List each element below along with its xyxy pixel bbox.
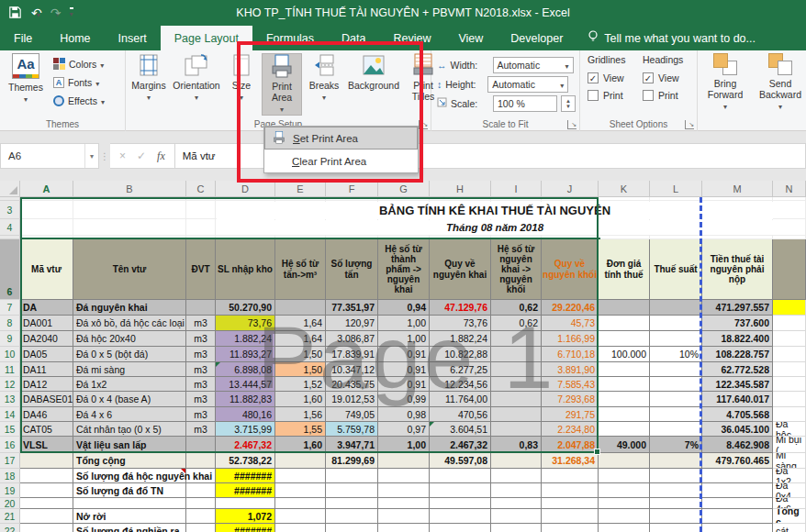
cell-I17[interactable] bbox=[491, 453, 542, 469]
cell-H21[interactable] bbox=[430, 509, 491, 524]
cell-I9[interactable] bbox=[491, 331, 542, 347]
cell-A12[interactable]: DA12 bbox=[20, 377, 73, 392]
undo-button[interactable]: ↶ bbox=[31, 5, 40, 21]
cell-M22[interactable] bbox=[702, 524, 773, 532]
sheet-options-dialog-launcher-icon[interactable]: ↘ bbox=[685, 120, 694, 129]
cell-M20[interactable] bbox=[702, 498, 773, 509]
cell-D8[interactable]: 73,76 bbox=[216, 316, 275, 331]
cell-B15[interactable]: Cát nhân tạo (0 x 5) bbox=[73, 422, 186, 437]
cell-K10[interactable]: 100.000 bbox=[599, 347, 650, 362]
cell-M11[interactable]: 62.772.528 bbox=[702, 362, 773, 377]
cell-A7[interactable]: DA bbox=[20, 300, 73, 316]
cell-H7[interactable]: 47.129,76 bbox=[430, 300, 491, 316]
cell-L10[interactable]: 10% bbox=[650, 347, 702, 362]
headings-print-checkbox[interactable]: Print bbox=[643, 86, 683, 104]
cell-H18[interactable] bbox=[430, 469, 491, 483]
cell-D9[interactable]: 1.882,24 bbox=[216, 331, 275, 347]
cell-L14[interactable] bbox=[650, 407, 702, 422]
cell-E12[interactable]: 1,52 bbox=[275, 377, 326, 392]
cell-H8[interactable]: 73,76 bbox=[430, 316, 491, 331]
cell-A9[interactable]: DA2040 bbox=[20, 331, 73, 347]
cell-A10[interactable]: DA05 bbox=[20, 347, 73, 362]
cell-H19[interactable] bbox=[430, 483, 491, 498]
cell-L17[interactable] bbox=[650, 453, 702, 469]
cell-A11[interactable]: DA11 bbox=[20, 362, 73, 377]
cell-I15[interactable] bbox=[491, 422, 542, 437]
cell-C16[interactable] bbox=[186, 437, 216, 453]
formula-bar-splitter[interactable]: ⋮ bbox=[99, 143, 110, 169]
cell-D17[interactable]: 52.738,22 bbox=[216, 453, 275, 469]
row-header-21[interactable]: 21 bbox=[0, 509, 20, 524]
cell-L13[interactable] bbox=[650, 392, 702, 407]
cell-C11[interactable]: m3 bbox=[186, 362, 216, 377]
cell-B12[interactable]: Đá 1x2 bbox=[73, 377, 186, 392]
cell-B22[interactable]: Số lượng đá nghiền ra bbox=[73, 524, 186, 532]
height-dropdown[interactable]: Automatic bbox=[487, 76, 568, 93]
cell-F13[interactable]: 19.012,53 bbox=[326, 392, 378, 407]
cell-F6[interactable]: Số lượng tấn bbox=[326, 239, 378, 300]
cell-N9[interactable] bbox=[773, 331, 806, 347]
cell-H16[interactable]: 2.467,32 bbox=[430, 437, 491, 453]
menu-item-set-print-area[interactable]: Set Print Area bbox=[264, 127, 418, 150]
cell-K20[interactable] bbox=[599, 498, 650, 509]
cell-G20[interactable] bbox=[378, 498, 430, 509]
cell-M13[interactable]: 117.640.017 bbox=[702, 392, 773, 407]
col-header-N[interactable]: N bbox=[773, 181, 806, 197]
row-header-14[interactable]: 14 bbox=[0, 407, 20, 422]
cell-A22[interactable] bbox=[20, 524, 73, 532]
row-header-20[interactable]: 20 bbox=[0, 498, 20, 509]
cell-K14[interactable] bbox=[599, 407, 650, 422]
cell-E17[interactable] bbox=[275, 453, 326, 469]
cell-J17[interactable]: 31.268,34 bbox=[542, 453, 599, 469]
cell-A15[interactable]: CAT05 bbox=[20, 422, 73, 437]
cell-G21[interactable] bbox=[378, 509, 430, 524]
cell-I12[interactable] bbox=[491, 377, 542, 392]
cell-F19[interactable] bbox=[326, 483, 378, 498]
cell-I21[interactable] bbox=[491, 509, 542, 524]
cell-I8[interactable]: 0,62 bbox=[491, 316, 542, 331]
cell-A20[interactable] bbox=[20, 498, 73, 509]
cell-I22[interactable] bbox=[491, 524, 542, 532]
cell-G18[interactable] bbox=[378, 469, 430, 483]
cell-E21[interactable] bbox=[275, 509, 326, 524]
cell-J12[interactable]: 7.585,43 bbox=[542, 377, 599, 392]
cell-K13[interactable] bbox=[599, 392, 650, 407]
cell-N10[interactable] bbox=[773, 347, 806, 362]
scale-spinner[interactable]: ▲▼ bbox=[561, 95, 576, 112]
row-header-16[interactable]: 16 bbox=[0, 437, 20, 453]
cell-B17[interactable]: Tổng cộng bbox=[73, 453, 186, 469]
cell-K11[interactable] bbox=[599, 362, 650, 377]
cell-F15[interactable]: 5.759,78 bbox=[326, 422, 378, 437]
cell-F22[interactable] bbox=[326, 524, 378, 532]
cell-D11[interactable]: 6.898,08 bbox=[216, 362, 275, 377]
cell-C15[interactable]: m3 bbox=[186, 422, 216, 437]
cell-A3[interactable] bbox=[20, 201, 73, 219]
cell-F17[interactable]: 81.299,69 bbox=[326, 453, 378, 469]
cell-G8[interactable]: 1,00 bbox=[378, 316, 430, 331]
cell-N13[interactable] bbox=[773, 392, 806, 407]
col-header-A[interactable]: A bbox=[20, 181, 73, 197]
cell-A8[interactable]: DA001 bbox=[20, 316, 73, 331]
cell-J21[interactable] bbox=[542, 509, 599, 524]
cell-N22[interactable]: cát bbox=[773, 524, 806, 532]
cell-K17[interactable] bbox=[599, 453, 650, 469]
row-header-6[interactable]: 6 bbox=[0, 239, 20, 300]
cell-E22[interactable] bbox=[275, 524, 326, 532]
cell-F16[interactable]: 3.947,71 bbox=[326, 437, 378, 453]
size-button[interactable]: Size bbox=[223, 53, 260, 116]
insert-function-icon[interactable]: fx bbox=[157, 150, 165, 163]
cell-M21[interactable] bbox=[702, 509, 773, 524]
cell-K16[interactable]: 49.000 bbox=[599, 437, 650, 453]
cell-E19[interactable] bbox=[275, 483, 326, 498]
cell-L6[interactable]: Thuế suất bbox=[650, 239, 702, 300]
cell-G12[interactable]: 0,91 bbox=[378, 377, 430, 392]
cell-N14[interactable] bbox=[773, 407, 806, 422]
cell-E11[interactable]: 1,50 bbox=[275, 362, 326, 377]
redo-button[interactable]: ↷ bbox=[50, 5, 60, 21]
col-header-C[interactable]: C bbox=[186, 181, 216, 197]
cell-K7[interactable] bbox=[599, 300, 650, 316]
cell-F14[interactable]: 749,05 bbox=[326, 407, 378, 422]
row-header-13[interactable]: 13 bbox=[0, 392, 20, 407]
name-box[interactable]: A6▾ bbox=[0, 143, 99, 169]
cell-H10[interactable]: 10.822,88 bbox=[430, 347, 491, 362]
